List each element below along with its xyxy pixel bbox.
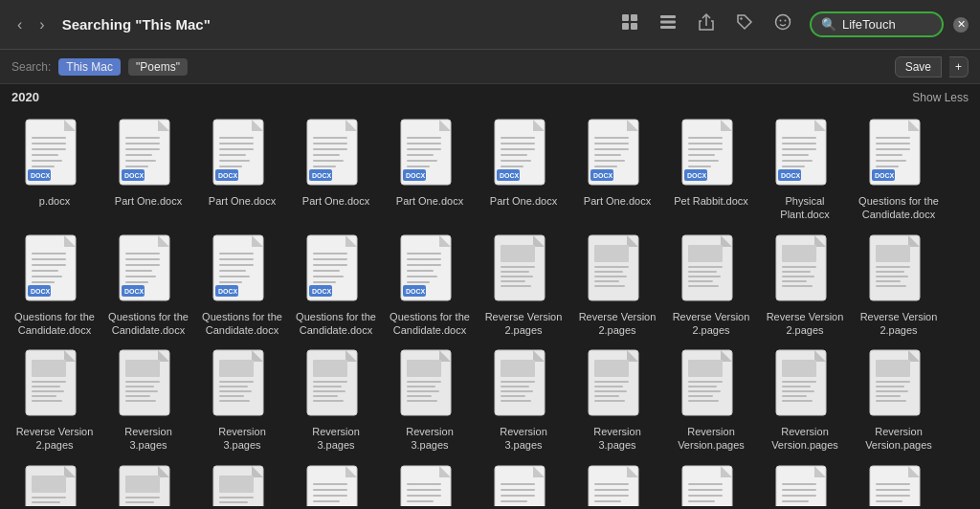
file-item[interactable]: Reversion 3.pages xyxy=(289,343,383,458)
svg-rect-284 xyxy=(32,497,66,498)
svg-rect-256 xyxy=(594,400,625,402)
file-name: Part One.docx xyxy=(302,194,369,208)
file-item[interactable]: DOCX Part One.docx xyxy=(383,112,477,228)
file-item[interactable]: Reverse Version 2.pages xyxy=(758,228,852,343)
pages-icon xyxy=(212,464,273,506)
file-item[interactable]: DOCX Shame.docx xyxy=(570,458,664,506)
file-item[interactable]: Reversion Version.pages xyxy=(195,458,289,506)
file-item[interactable]: DOCX Physical Plant.docx xyxy=(758,112,852,228)
search-icon: 🔍 xyxy=(821,17,836,32)
file-item[interactable]: DOCX Questions for the Candidate.docx xyxy=(852,112,946,228)
svg-rect-74 xyxy=(594,143,629,144)
file-item[interactable]: DOCX Part One.docx xyxy=(195,112,289,228)
file-item[interactable]: DOCX Part One.docx xyxy=(289,112,383,228)
svg-rect-308 xyxy=(313,489,347,491)
file-item[interactable]: DOCX Part One.docx xyxy=(101,112,195,228)
file-name: Part One.docx xyxy=(490,194,557,208)
svg-rect-48 xyxy=(313,166,336,167)
svg-rect-134 xyxy=(219,258,254,260)
file-item[interactable]: DOCX Some THings to Eat (1).docx xyxy=(852,458,946,506)
file-item[interactable]: Reverse Version 2.pages xyxy=(664,228,758,343)
svg-rect-25 xyxy=(125,148,160,150)
file-item[interactable]: Reversion Version.pages xyxy=(101,458,195,506)
svg-rect-285 xyxy=(32,501,60,503)
file-item[interactable]: Reversion 3.pages xyxy=(195,343,289,458)
file-name: Reversion 3.pages xyxy=(105,425,191,453)
save-plus-button[interactable]: + xyxy=(949,56,969,77)
search-tag-poems[interactable]: "Poems" xyxy=(128,58,188,76)
file-item[interactable]: Reversion Version.pages xyxy=(758,343,852,458)
svg-rect-175 xyxy=(594,280,619,282)
file-item[interactable]: Reversion 3.pages xyxy=(570,343,664,458)
svg-rect-245 xyxy=(501,386,529,387)
file-item[interactable]: Reversion 3.pages xyxy=(477,343,570,458)
file-item[interactable]: Reverse Version 2.pages xyxy=(570,228,664,343)
svg-rect-13 xyxy=(32,137,66,139)
search-tag-bar: Search: This Mac "Poems" Save + xyxy=(0,50,980,84)
file-name: Questions for the Candidate.docx xyxy=(199,310,285,338)
svg-rect-227 xyxy=(313,360,347,377)
file-item[interactable]: DOCX Pet Rabbit.docx xyxy=(664,112,758,228)
file-item[interactable]: Reverse Version 2.pages xyxy=(852,228,946,343)
view-grid-icon[interactable] xyxy=(618,11,641,38)
tag-icon[interactable] xyxy=(733,11,756,38)
back-button[interactable]: ‹ xyxy=(11,14,28,35)
forward-button[interactable]: › xyxy=(33,14,50,35)
file-item[interactable]: DOCX Shame.docx xyxy=(758,458,852,506)
docx-icon: DOCX xyxy=(24,233,85,306)
docx-icon: DOCX xyxy=(587,118,648,190)
file-item[interactable]: DOCX Shame.docx xyxy=(289,458,383,506)
search-input[interactable] xyxy=(842,17,928,32)
svg-text:DOCX: DOCX xyxy=(781,172,801,179)
close-search-button[interactable]: ✕ xyxy=(953,17,969,33)
view-list-icon[interactable] xyxy=(657,11,679,38)
file-item[interactable]: DOCX Part One.docx xyxy=(477,112,570,228)
file-item[interactable]: DOCX Shame.docx xyxy=(383,458,477,506)
svg-rect-279 xyxy=(876,395,901,397)
svg-rect-73 xyxy=(594,137,629,139)
svg-rect-211 xyxy=(125,360,160,377)
file-item[interactable]: Reversion Version.pages xyxy=(8,458,101,506)
file-name: Part One.docx xyxy=(584,194,651,208)
svg-rect-239 xyxy=(407,395,432,397)
svg-rect-299 xyxy=(219,476,254,493)
file-item[interactable]: DOCX p.docx xyxy=(8,112,101,228)
file-item[interactable]: DOCX Questions for the Candidate.docx xyxy=(289,228,383,343)
svg-rect-180 xyxy=(688,266,723,268)
svg-rect-34 xyxy=(219,143,254,144)
show-less-button[interactable]: Show Less xyxy=(912,91,969,104)
svg-rect-268 xyxy=(782,381,816,383)
file-item[interactable]: Reversion 3.pages xyxy=(101,343,195,458)
search-box[interactable]: 🔍 xyxy=(810,11,944,37)
svg-rect-144 xyxy=(313,258,347,260)
svg-rect-292 xyxy=(125,497,160,498)
svg-rect-145 xyxy=(313,264,347,266)
file-item[interactable]: DOCX Questions for the Candidate.docx xyxy=(101,228,195,343)
pages-icon xyxy=(212,348,273,421)
file-item[interactable]: Reversion 3.pages xyxy=(383,343,477,458)
file-item[interactable]: DOCX Questions for the Candidate.docx xyxy=(195,228,289,343)
file-item[interactable]: DOCX Part One.docx xyxy=(570,112,664,228)
file-item[interactable]: DOCX Shame.docx xyxy=(477,458,570,506)
search-tag-this-mac[interactable]: This Mac xyxy=(58,58,121,76)
svg-rect-37 xyxy=(219,160,250,162)
file-item[interactable]: DOCX Questions for the Candidate.docx xyxy=(383,228,477,343)
file-item[interactable]: Reversion Version.pages xyxy=(664,343,758,458)
file-item[interactable]: Reverse Version 2.pages xyxy=(477,228,570,343)
share-icon[interactable] xyxy=(695,11,718,38)
emoji-icon[interactable] xyxy=(771,11,794,38)
docx-icon: DOCX xyxy=(493,464,554,506)
file-item[interactable]: Reverse Version 2.pages xyxy=(8,343,101,458)
svg-rect-187 xyxy=(782,245,816,262)
save-button[interactable]: Save xyxy=(895,56,942,77)
svg-rect-168 xyxy=(501,285,531,287)
file-item[interactable]: DOCX Shame.docx xyxy=(664,458,758,506)
svg-rect-337 xyxy=(594,483,629,485)
file-name: Physical Plant.docx xyxy=(762,194,848,222)
file-item[interactable]: DOCX Questions for the Candidate.docx xyxy=(8,228,101,343)
toolbar-icons xyxy=(618,11,794,38)
svg-rect-214 xyxy=(125,390,158,392)
file-name: Reversion 3.pages xyxy=(293,425,379,453)
file-item[interactable]: Reversion Version.pages xyxy=(852,343,946,458)
svg-text:DOCX: DOCX xyxy=(406,288,426,295)
